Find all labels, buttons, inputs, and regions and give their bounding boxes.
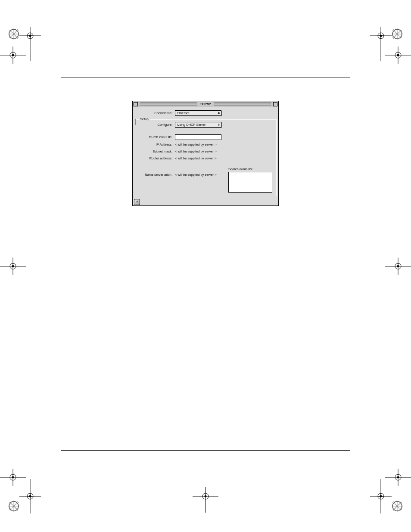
svg-line-26 — [392, 30, 402, 38]
configure-label: Configure: — [133, 123, 175, 127]
svg-point-69 — [378, 493, 384, 499]
router-address-row: Router address: < will be supplied by se… — [133, 156, 278, 160]
svg-point-46 — [9, 501, 19, 511]
crop-mark-bottom-left — [6, 479, 41, 513]
window-footer — [133, 198, 278, 205]
crop-mark-bottom-right — [370, 479, 405, 513]
page-top-rule — [61, 78, 350, 78]
svg-line-49 — [9, 502, 19, 510]
svg-point-12 — [29, 35, 31, 37]
configure-row: Configure: Using DHCP Server — [133, 122, 278, 128]
subnet-mask-row: Subnet mask: < will be supplied by serve… — [133, 149, 278, 153]
setup-fieldset-line — [135, 119, 139, 119]
svg-point-13 — [10, 52, 16, 58]
window-titlebar[interactable]: TCP/IP — [133, 101, 278, 107]
svg-point-55 — [27, 493, 33, 499]
connect-via-row: Connect via: Ethernet — [133, 110, 278, 116]
ip-address-value: < will be supplied by server > — [175, 143, 217, 146]
svg-line-76 — [392, 502, 402, 510]
svg-line-4 — [10, 29, 18, 39]
svg-line-47 — [9, 502, 19, 510]
connect-via-select[interactable]: Ethernet — [175, 110, 221, 116]
svg-point-34 — [10, 263, 16, 269]
setup-fieldset-line — [149, 119, 276, 119]
svg-line-50 — [10, 501, 18, 511]
titlebar-stripes — [140, 102, 197, 106]
svg-point-38 — [395, 263, 401, 269]
collapse-box-icon[interactable] — [273, 102, 277, 106]
name-server-value: < will be supplied by server > — [175, 173, 217, 177]
tcpip-window: TCP/IP Connect via: Ethernet Setup Confi… — [132, 101, 279, 206]
crop-mark-mid-right — [385, 258, 411, 275]
close-box-icon[interactable] — [134, 102, 138, 106]
svg-point-45 — [12, 476, 14, 479]
router-address-label: Router address: — [133, 156, 175, 160]
svg-point-58 — [29, 495, 31, 498]
router-address-value: < will be supplied by server > — [175, 156, 217, 160]
svg-line-3 — [9, 30, 19, 38]
svg-point-42 — [10, 474, 16, 480]
page-bottom-rule — [61, 450, 350, 451]
svg-point-73 — [392, 501, 402, 511]
svg-point-9 — [27, 33, 33, 39]
subnet-mask-value: < will be supplied by server > — [175, 149, 217, 153]
configure-value: Using DHCP Server — [177, 123, 206, 127]
svg-point-30 — [395, 52, 401, 58]
svg-line-1 — [9, 30, 19, 38]
crop-mark-bl-reg — [0, 469, 26, 486]
ip-address-label: IP Address: — [133, 143, 175, 146]
crop-mark-top-left — [6, 27, 41, 61]
crop-mark-left-reg — [0, 47, 26, 64]
help-button[interactable] — [134, 199, 140, 205]
name-server-label: Name server addr.: — [133, 173, 175, 177]
svg-point-41 — [397, 265, 399, 268]
dhcp-client-id-label: DHCP Client ID: — [133, 135, 175, 139]
search-domains-label: Search domains: — [228, 167, 252, 171]
svg-line-24 — [392, 30, 402, 38]
dhcp-client-id-row: DHCP Client ID: — [133, 134, 278, 140]
dropdown-arrows-icon — [216, 111, 221, 115]
svg-point-59 — [202, 493, 209, 499]
titlebar-stripes — [214, 102, 271, 106]
svg-point-33 — [397, 54, 399, 56]
subnet-mask-label: Subnet mask: — [133, 149, 175, 153]
connect-via-label: Connect via: — [133, 111, 175, 115]
svg-line-77 — [393, 501, 401, 511]
svg-line-74 — [392, 502, 402, 510]
configure-select[interactable]: Using DHCP Server — [175, 122, 221, 128]
svg-line-25 — [393, 29, 401, 39]
svg-point-63 — [395, 474, 401, 480]
crop-mark-top-right — [370, 27, 405, 61]
crop-mark-br-reg — [385, 469, 411, 486]
setup-group-label: Setup — [139, 117, 149, 121]
window-title: TCP/IP — [198, 102, 213, 106]
crop-mark-right-reg — [385, 47, 411, 64]
svg-point-16 — [12, 54, 14, 56]
search-domains-input[interactable] — [228, 172, 272, 193]
window-body: Connect via: Ethernet Setup Configure: U… — [133, 107, 278, 205]
svg-point-72 — [380, 495, 382, 498]
crop-mark-bottom-center — [193, 487, 218, 513]
svg-line-2 — [10, 29, 18, 39]
svg-point-66 — [397, 476, 399, 479]
dhcp-client-id-input[interactable] — [175, 134, 221, 140]
svg-line-75 — [393, 501, 401, 511]
connect-via-value: Ethernet — [177, 111, 189, 115]
svg-point-19 — [378, 33, 384, 39]
svg-point-37 — [12, 265, 14, 268]
svg-line-27 — [393, 29, 401, 39]
ip-address-row: IP Address: < will be supplied by server… — [133, 143, 278, 146]
svg-point-62 — [205, 495, 207, 498]
svg-line-48 — [10, 501, 18, 511]
svg-point-22 — [380, 35, 382, 37]
svg-point-0 — [9, 29, 19, 39]
crop-mark-mid-left — [0, 258, 26, 275]
svg-point-23 — [392, 29, 402, 39]
dropdown-arrows-icon — [216, 122, 221, 127]
